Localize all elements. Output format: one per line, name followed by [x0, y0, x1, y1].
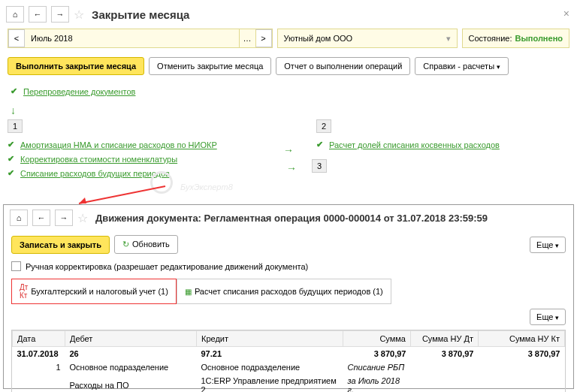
- cell-debit: 26: [65, 347, 197, 361]
- execute-button[interactable]: Выполнить закрытие месяца: [8, 57, 144, 75]
- table-row[interactable]: 31.07.2018 26 97.21 3 870,97 3 870,97 3 …: [13, 347, 565, 361]
- references-button[interactable]: Справки - расчеты: [415, 57, 508, 75]
- check-icon: ✔: [8, 154, 14, 164]
- period-picker-button[interactable]: …: [239, 29, 255, 47]
- page-title: Закрытие месяца: [92, 8, 189, 21]
- cell-kt-sub: Основное подразделение: [197, 360, 343, 374]
- check-icon: ✔: [11, 86, 17, 96]
- more-button[interactable]: Еще: [530, 237, 566, 253]
- next-month-button[interactable]: >: [255, 29, 272, 47]
- check-icon: ✔: [8, 140, 14, 149]
- stage-3-number: 3: [312, 159, 327, 173]
- manual-edit-checkbox[interactable]: [11, 261, 21, 271]
- prev-month-button[interactable]: <: [8, 29, 25, 47]
- save-close-button[interactable]: Записать и закрыть: [11, 236, 110, 254]
- more-button-2[interactable]: Еще: [530, 309, 566, 325]
- callout-arrow: [71, 185, 169, 207]
- state-display: Состояние: Выполнено: [462, 29, 570, 48]
- period-field[interactable]: Июль 2018: [25, 34, 239, 43]
- tab-label: Расчет списания расходов будущих периодо…: [195, 287, 383, 296]
- doc-title: Движения документа: Регламентная операци…: [95, 213, 488, 224]
- table-row[interactable]: Расходы на ПО 1С:ERP Управление предприя…: [13, 374, 565, 392]
- check-icon: ✔: [316, 140, 323, 149]
- back-icon[interactable]: ←: [29, 6, 47, 23]
- cancel-button[interactable]: Отменить закрытие месяца: [149, 57, 271, 75]
- repost-link[interactable]: Перепроведение документов: [23, 87, 135, 96]
- refresh-button[interactable]: Обновить: [114, 235, 178, 254]
- col-date[interactable]: Дата: [13, 331, 65, 347]
- cell-kt-sub2: 1С:ERP Управление предприятием 2: [197, 374, 343, 392]
- back-icon[interactable]: ←: [32, 210, 50, 226]
- op-link[interactable]: Амортизация НМА и списание расходов по Н…: [20, 140, 217, 149]
- arrow-right-icon: →: [286, 162, 297, 174]
- table-icon: ▦: [185, 288, 192, 296]
- home-icon[interactable]: ⌂: [6, 6, 24, 23]
- forward-icon[interactable]: →: [55, 210, 73, 226]
- manual-edit-label: Ручная корректировка (разрешает редактир…: [26, 262, 308, 271]
- star-icon[interactable]: ☆: [77, 211, 88, 225]
- tab-label: Бухгалтерский и налоговый учет (1): [31, 287, 168, 296]
- star-icon[interactable]: ☆: [74, 8, 84, 22]
- op-link[interactable]: Списание расходов будущих периодов: [20, 169, 170, 178]
- entries-table: Дата Дебет Кредит Сумма Сумма НУ Дт Сумм…: [11, 330, 566, 392]
- cell-sum-kt: 3 870,97: [479, 347, 565, 361]
- col-sum-kt[interactable]: Сумма НУ Кт: [479, 331, 565, 347]
- cell-note2: за Июль 2018 г.: [343, 374, 411, 392]
- accounting-icon: ДтКт: [20, 283, 28, 300]
- col-sum[interactable]: Сумма: [343, 331, 411, 347]
- forward-icon[interactable]: →: [51, 6, 69, 23]
- col-debit[interactable]: Дебет: [65, 331, 197, 347]
- op-link[interactable]: Расчет долей списания косвенных расходов: [329, 140, 500, 149]
- org-value: Уютный дом ООО: [284, 34, 353, 43]
- report-button[interactable]: Отчет о выполнении операций: [276, 57, 410, 75]
- dropdown-icon: ▾: [446, 34, 451, 44]
- state-label: Состояние:: [469, 34, 512, 43]
- cell-note: Списание РБП: [343, 360, 411, 374]
- col-credit[interactable]: Кредит: [197, 331, 343, 347]
- col-sum-dt[interactable]: Сумма НУ Дт: [411, 331, 479, 347]
- org-field[interactable]: Уютный дом ООО ▾: [277, 29, 458, 48]
- state-value: Выполнено: [515, 34, 563, 43]
- cell-n: 1: [13, 360, 65, 374]
- stage-2-number: 2: [316, 119, 331, 133]
- home-icon[interactable]: ⌂: [10, 210, 28, 226]
- tab-accounting[interactable]: ДтКтБухгалтерский и налоговый учет (1): [11, 279, 177, 304]
- check-icon: ✔: [8, 168, 14, 178]
- arrow-down-icon: ↓: [11, 104, 566, 116]
- tab-calc[interactable]: ▦Расчет списания расходов будущих период…: [177, 279, 391, 304]
- close-icon[interactable]: ×: [563, 8, 569, 20]
- cell-date: 31.07.2018: [13, 347, 65, 361]
- cell-dt-sub: Основное подразделение: [65, 360, 197, 374]
- op-link[interactable]: Корректировка стоимости номенклатуры: [20, 155, 177, 164]
- cell-dt-sub2: Расходы на ПО: [65, 374, 197, 392]
- cell-credit: 97.21: [197, 347, 343, 361]
- cell-sum: 3 870,97: [343, 347, 411, 361]
- stage-1-number: 1: [8, 119, 23, 133]
- cell-sum-dt: 3 870,97: [411, 347, 479, 361]
- table-row[interactable]: 1 Основное подразделение Основное подраз…: [13, 360, 565, 374]
